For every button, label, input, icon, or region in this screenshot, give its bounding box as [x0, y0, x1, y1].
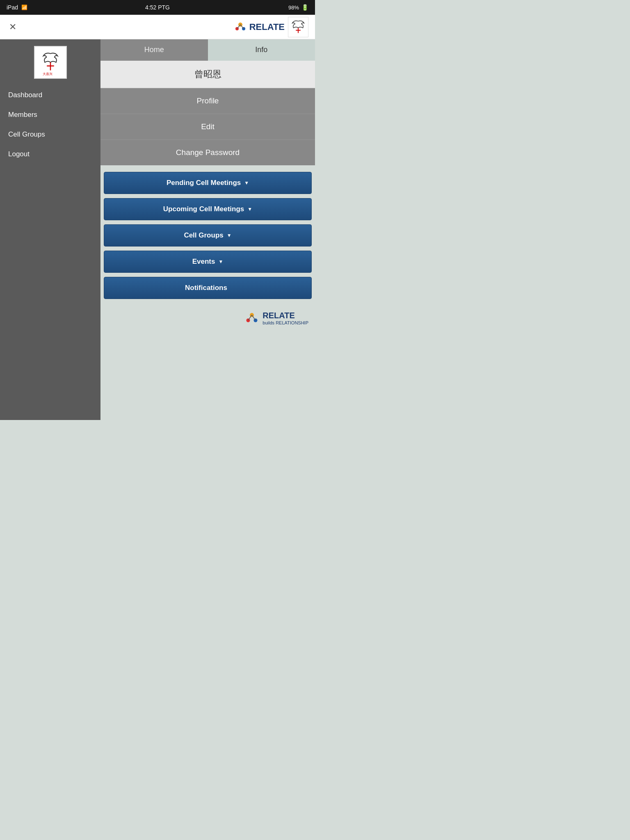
info-menu-edit[interactable]: Edit [100, 114, 315, 140]
footer-tagline: builds RELATIONSHIP [262, 320, 308, 325]
user-name: 曾昭恩 [194, 69, 221, 79]
status-bar: iPad 📶 4:52 PTG 98% 🔋 [0, 0, 315, 15]
close-button[interactable]: ✕ [7, 21, 19, 33]
church-logo-svg [288, 17, 308, 37]
pending-cell-meetings-arrow: ▼ [244, 180, 249, 186]
user-name-bar: 曾昭恩 [100, 61, 315, 88]
relate-logo-text: RELATE [249, 22, 285, 32]
svg-text:大喜兴: 大喜兴 [42, 72, 52, 76]
footer-logo: RELATE builds RELATIONSHIP [100, 302, 315, 333]
content-area: Home Info 曾昭恩 Profile Edit Change Passwo… [100, 39, 315, 420]
main-layout: 大喜兴 Dashboard Members Cell Groups Logout… [0, 39, 315, 420]
relate-logo: RELATE [234, 21, 285, 34]
top-nav-right: RELATE [234, 17, 308, 37]
sidebar-item-cell-groups[interactable]: Cell Groups [0, 125, 100, 144]
sidebar-logo: 大喜兴 [34, 46, 67, 79]
info-menu-change-password[interactable]: Change Password [100, 140, 315, 165]
notifications-button[interactable]: Notifications [104, 277, 312, 299]
status-bar-time: 4:52 PTG [145, 4, 170, 11]
tab-info[interactable]: Info [208, 39, 315, 61]
events-button[interactable]: Events ▼ [104, 251, 312, 273]
pending-cell-meetings-button[interactable]: Pending Cell Meetings ▼ [104, 172, 312, 194]
sidebar-nav: Dashboard Members Cell Groups Logout [0, 85, 100, 164]
upcoming-cell-meetings-arrow: ▼ [247, 206, 252, 212]
footer-relate-icon [244, 310, 259, 325]
top-nav-left: ✕ [7, 21, 19, 33]
device-label: iPad [7, 4, 18, 11]
cell-groups-arrow: ▼ [227, 233, 232, 238]
upcoming-cell-meetings-button[interactable]: Upcoming Cell Meetings ▼ [104, 198, 312, 220]
sidebar-item-members[interactable]: Members [0, 105, 100, 125]
tab-bar: Home Info [100, 39, 315, 61]
church-logo [288, 17, 308, 37]
wifi-icon: 📶 [21, 5, 27, 10]
sidebar-item-dashboard[interactable]: Dashboard [0, 85, 100, 105]
tab-home[interactable]: Home [100, 39, 208, 61]
cell-groups-button[interactable]: Cell Groups ▼ [104, 224, 312, 247]
info-menu: Profile Edit Change Password [100, 88, 315, 165]
svg-rect-5 [288, 17, 308, 37]
status-bar-right: 98% 🔋 [288, 4, 308, 11]
sidebar: 大喜兴 Dashboard Members Cell Groups Logout [0, 39, 100, 420]
footer-relate-text: RELATE [262, 311, 308, 320]
sidebar-item-logout[interactable]: Logout [0, 144, 100, 164]
battery-label: 98% [288, 5, 299, 11]
status-bar-left: iPad 📶 [7, 4, 27, 11]
info-menu-profile[interactable]: Profile [100, 88, 315, 114]
top-nav-bar: ✕ RELATE [0, 15, 315, 39]
relate-logo-icon [234, 21, 247, 34]
battery-icon: 🔋 [301, 4, 308, 11]
info-panel: 曾昭恩 Profile Edit Change Password [100, 61, 315, 165]
events-arrow: ▼ [218, 259, 223, 265]
sidebar-church-logo: 大喜兴 [37, 48, 64, 76]
dashboard-buttons: Pending Cell Meetings ▼ Upcoming Cell Me… [100, 169, 315, 302]
footer-text-block: RELATE builds RELATIONSHIP [262, 311, 308, 325]
